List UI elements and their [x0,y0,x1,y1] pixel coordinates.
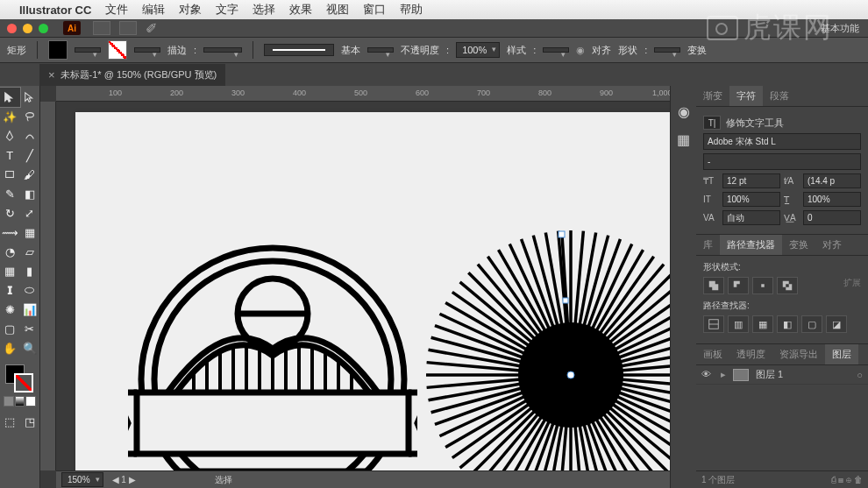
brush-icon[interactable]: ✐ [146,20,157,37]
vertical-ruler[interactable] [40,102,56,470]
layer-name[interactable]: 图层 1 [756,368,783,381]
style-dropdown[interactable] [543,47,569,53]
layer-row[interactable]: 👁 ▸ 图层 1 ○ [696,365,868,385]
column-graph-tool[interactable]: 📊 [20,300,40,319]
color-mode-gradient[interactable] [15,396,25,407]
font-family-select[interactable] [703,133,861,150]
kerning-input[interactable] [722,210,780,225]
width-tool[interactable]: ⟿ [0,223,20,242]
intersect-button[interactable] [752,277,773,294]
outline-button[interactable]: ▢ [801,315,822,333]
tab-pathfinder[interactable]: 路径查找器 [720,235,782,255]
hand-tool[interactable]: ✋ [0,338,20,357]
font-style-select[interactable] [703,153,861,170]
menu-view[interactable]: 视图 [326,2,349,18]
perspective-tool[interactable]: ▱ [20,242,40,261]
align-label[interactable]: 对齐 [592,44,611,57]
target-icon[interactable]: ○ [857,370,863,380]
tab-paragraph[interactable]: 段落 [763,86,796,106]
scale-tool[interactable]: ⤢ [20,203,40,223]
menu-type[interactable]: 文字 [216,2,238,18]
leading-input[interactable] [803,173,861,188]
zoom-tool[interactable]: 🔍 [20,338,40,357]
fullscreen-window-button[interactable] [39,24,48,33]
tab-character[interactable]: 字符 [729,86,763,106]
crop-button[interactable]: ◧ [777,315,798,333]
tab-align[interactable]: 对齐 [815,235,849,255]
opacity-input[interactable]: 100% [456,42,500,58]
visibility-icon[interactable]: 👁 [701,369,714,381]
divide-button[interactable] [703,315,724,333]
close-window-button[interactable] [7,24,17,33]
magic-wand-tool[interactable]: ✨ [0,107,20,126]
minus-front-button[interactable] [728,277,749,294]
shaper-tool[interactable]: ✎ [0,184,20,203]
curvature-tool[interactable] [20,126,40,145]
vscale-input[interactable] [722,192,780,207]
tab-layers[interactable]: 图层 [825,344,858,364]
selection-tool[interactable] [0,88,20,107]
shape-dropdown[interactable] [654,47,680,53]
artboard-tool[interactable]: ▢ [0,319,20,338]
close-tab-icon[interactable]: × [48,68,55,81]
gradient-tool[interactable]: ▮ [20,261,40,280]
mesh-tool[interactable]: ▦ [0,261,20,280]
slice-tool[interactable]: ✂ [20,319,40,338]
app-name[interactable]: Illustrator CC [19,4,91,17]
color-mode-normal[interactable] [4,396,14,407]
eyedropper-tool[interactable]: 𝗜 [0,280,20,300]
canvas-area[interactable]: 100 200 300 400 500 600 700 800 900 1,00… [40,86,670,488]
menu-edit[interactable]: 编辑 [142,2,165,18]
color-mode-none[interactable] [25,396,36,407]
pen-tool[interactable] [0,126,20,145]
rectangle-tool[interactable] [0,165,20,184]
artboard-nav[interactable]: ◀ 1 ▶ [112,475,136,484]
stroke-color[interactable] [14,373,33,393]
fill-stroke-indicator[interactable] [0,363,39,394]
stroke-dropdown[interactable] [134,47,160,53]
zoom-dropdown[interactable]: 150% [61,472,103,487]
layers-footer-buttons[interactable]: ⎙ ▦ ⊕ 🗑 [831,475,863,484]
swatch-panel-icon[interactable]: ▦ [676,131,692,147]
expand-button[interactable]: 扩展 [843,277,861,294]
stroke-swatch[interactable] [108,40,127,60]
merge-button[interactable]: ▦ [752,315,773,333]
rotate-tool[interactable]: ↻ [0,203,20,223]
fill-dropdown[interactable] [75,47,101,53]
tab-library[interactable]: 库 [696,235,720,255]
screen-mode[interactable]: ⬚ [0,412,20,431]
stroke-weight-input[interactable] [203,47,242,53]
menu-window[interactable]: 窗口 [363,2,386,18]
tab-asset-export[interactable]: 资源导出 [772,344,825,364]
arrange-docs-button[interactable] [119,21,137,35]
brush-def-dropdown[interactable] [367,47,394,53]
paintbrush-tool[interactable]: 🖌 [20,165,40,184]
trim-button[interactable]: ▥ [728,315,749,333]
transform-label[interactable]: 变换 [687,44,707,57]
brush-preview[interactable] [264,44,334,56]
horizontal-ruler[interactable]: 100 200 300 400 500 600 700 800 900 1,00… [56,86,670,102]
font-size-input[interactable] [722,173,780,188]
artboard[interactable] [75,112,670,488]
expand-layer-icon[interactable]: ▸ [721,369,726,380]
unite-button[interactable] [703,277,724,294]
document-tab[interactable]: × 未标题-1* @ 150% (RGB/GPU 预览) [39,64,225,86]
shape-label[interactable]: 形状 [618,44,637,57]
layer-thumbnail[interactable] [733,369,749,381]
hscale-input[interactable] [803,192,861,207]
shape-builder-tool[interactable]: ◔ [0,242,20,261]
tab-transform[interactable]: 变换 [782,235,815,255]
free-transform-tool[interactable]: ▦ [20,223,40,242]
minimize-window-button[interactable] [23,24,32,33]
tab-artboards[interactable]: 画板 [696,344,729,364]
color-panel-icon[interactable]: ◉ [676,103,692,119]
line-tool[interactable]: ╱ [20,145,40,165]
tracking-input[interactable] [803,210,861,225]
direct-selection-tool[interactable] [20,88,40,107]
menu-effect[interactable]: 效果 [289,2,312,18]
touch-type-icon[interactable]: T| [703,116,721,130]
type-tool[interactable]: T [0,145,20,165]
menu-file[interactable]: 文件 [105,2,128,18]
exclude-button[interactable] [777,277,798,294]
symbol-sprayer-tool[interactable]: ✺ [0,300,20,319]
